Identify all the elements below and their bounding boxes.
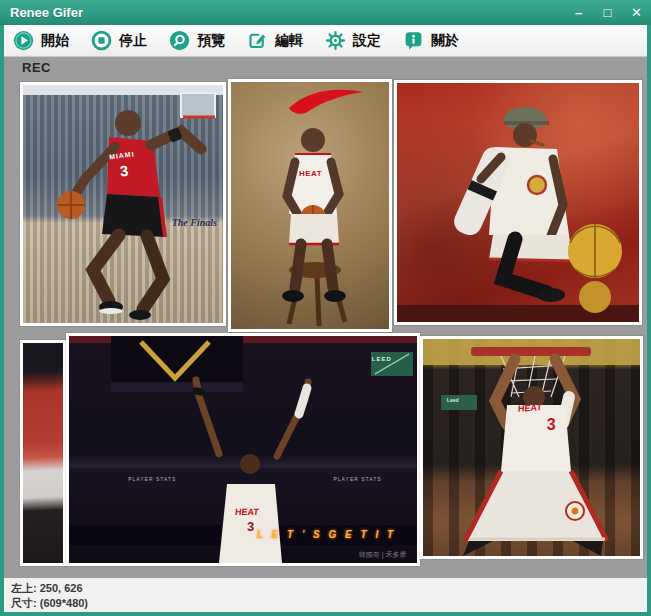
- about-button[interactable]: 關於: [403, 30, 459, 51]
- capture-region[interactable]: REC: [4, 57, 647, 578]
- jersey-wordmark: HEAT: [518, 403, 542, 414]
- gear-icon: [325, 30, 346, 51]
- stop-button[interactable]: 停止: [91, 30, 147, 51]
- status-bar: 左上: 250, 626 尺寸: (609*480): [4, 578, 647, 612]
- led-banner-text: L E T ' S G E T I T: [257, 530, 396, 540]
- settings-button-label: 設定: [353, 32, 381, 50]
- photo-watermark: 韓國哥 | 禾多摩: [359, 551, 407, 558]
- photo-wade-champion: [394, 80, 642, 325]
- magnifier-circle-icon: [169, 30, 190, 51]
- play-circle-icon: [13, 30, 34, 51]
- jersey-wordmark: HEAT: [299, 170, 322, 178]
- photo-wade-dunk: HEAT 3 Leed: [420, 336, 643, 559]
- wade-dribble-figure: [23, 85, 223, 323]
- photo-wade-arms-raised: PLAYER STATS PLAYER STATS L E T ' S G E …: [66, 333, 420, 566]
- edit-box-icon: [247, 30, 268, 51]
- jersey-wordmark: HEAT: [235, 508, 260, 517]
- rec-label: REC: [22, 60, 51, 75]
- window-controls: – □ ✕: [564, 0, 651, 25]
- stop-button-label: 停止: [119, 32, 147, 50]
- about-button-label: 關於: [431, 32, 459, 50]
- player-stats-label: PLAYER STATS: [128, 477, 176, 482]
- minimize-button[interactable]: –: [564, 0, 593, 25]
- window-title: Renee Gifer: [0, 5, 83, 20]
- photo-wade-dribble: The Finals MIAMI 3: [20, 82, 226, 326]
- finals-signage: The Finals: [172, 218, 217, 228]
- status-capture-size: 尺寸: (609*480): [11, 596, 640, 610]
- app-window: Renee Gifer – □ ✕ 開始: [0, 0, 651, 616]
- arena-sign: LEED: [372, 356, 392, 362]
- start-button[interactable]: 開始: [13, 30, 69, 51]
- toolbar: 開始 停止 預覽: [4, 25, 647, 57]
- photo-cropped-jersey: [20, 340, 66, 566]
- edit-button-label: 編輯: [275, 32, 303, 50]
- player-stats-label: PLAYER STATS: [333, 477, 381, 482]
- maximize-button[interactable]: □: [593, 0, 622, 25]
- preview-button-label: 預覽: [197, 32, 225, 50]
- preview-button[interactable]: 預覽: [169, 30, 225, 51]
- jersey-number: 3: [547, 417, 556, 433]
- wade-studio-figure: [231, 82, 389, 329]
- photo-wade-studio: HEAT: [228, 79, 392, 332]
- close-button[interactable]: ✕: [622, 0, 651, 25]
- stop-circle-icon: [91, 30, 112, 51]
- wade-champion-figure: [397, 83, 639, 322]
- arena-sign: Leed: [447, 398, 459, 403]
- status-topleft-coords: 左上: 250, 626: [11, 581, 640, 595]
- info-bubble-icon: [403, 30, 424, 51]
- jersey-number: 3: [119, 163, 129, 179]
- title-bar: Renee Gifer – □ ✕: [0, 0, 651, 25]
- start-button-label: 開始: [41, 32, 69, 50]
- jersey-number: 3: [247, 520, 254, 533]
- edit-button[interactable]: 編輯: [247, 30, 303, 51]
- settings-button[interactable]: 設定: [325, 30, 381, 51]
- wade-dunk-figure: [423, 339, 640, 556]
